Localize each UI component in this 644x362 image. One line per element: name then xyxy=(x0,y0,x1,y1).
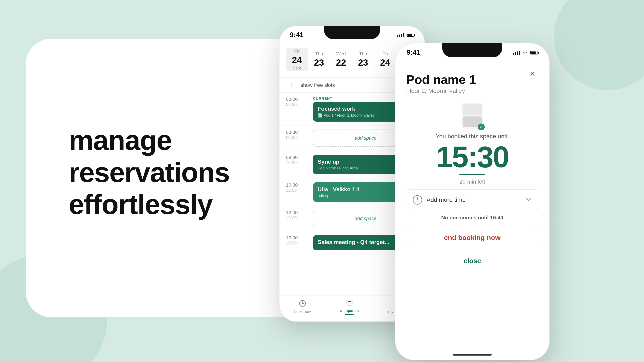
no-one-comes-text: No one comes until 16:40 xyxy=(406,215,538,221)
signal-icon xyxy=(513,50,520,55)
wifi-icon xyxy=(522,50,528,55)
home-indicator xyxy=(453,354,492,356)
signal-icon xyxy=(397,32,404,37)
headline-line1: manage xyxy=(69,124,230,157)
pod-check-icon: ✓ xyxy=(478,123,485,130)
battery-icon xyxy=(530,51,538,54)
svg-rect-2 xyxy=(348,301,351,302)
cal-day-fri-24[interactable]: Fri 24 Sept xyxy=(286,48,308,71)
time-underline xyxy=(460,174,485,175)
svg-rect-1 xyxy=(347,300,352,305)
pod-icon-area: ✓ xyxy=(406,103,538,129)
headline-line2: reservations xyxy=(69,157,230,189)
end-booking-button[interactable]: end booking now xyxy=(406,227,538,248)
phone2-status-icons xyxy=(513,50,538,55)
nav-all-spaces[interactable]: all spaces xyxy=(340,298,359,315)
battery-icon xyxy=(406,33,414,37)
chevron-down-icon xyxy=(525,197,532,203)
cal-day-wed-22[interactable]: Wed 22 xyxy=(330,48,352,71)
book-now-icon xyxy=(298,299,307,308)
cal-day-thu-23[interactable]: Thu 23 xyxy=(308,48,330,71)
pod-icon: ✓ xyxy=(462,103,483,129)
headline: manage reservations effortlessly xyxy=(69,124,230,221)
cal-day-thu-23b[interactable]: Thu 23 xyxy=(352,48,374,71)
headline-line3: effortlessly xyxy=(69,189,230,221)
phone2-content: ✕ Pod name 1 Floor 2, Moominvalley ✓ You… xyxy=(396,61,549,360)
phone1-status-icons xyxy=(397,32,414,37)
booked-until-text: You booked this space until xyxy=(406,133,538,140)
add-more-time-row[interactable]: Add more time xyxy=(406,189,538,210)
cal-day-fri-24b[interactable]: Fri 24 xyxy=(374,48,396,71)
all-spaces-icon xyxy=(345,298,354,307)
phone2-booking-detail: 9:41 ✕ xyxy=(395,43,550,360)
phones-area: 9:41 Fri 24 Sept xyxy=(279,21,622,343)
big-time-display: 15:30 xyxy=(406,142,538,172)
phone1-time: 9:41 xyxy=(290,31,304,39)
phone1-notch xyxy=(324,26,380,39)
add-button[interactable]: + xyxy=(286,80,296,90)
add-more-time-label: Add more time xyxy=(426,196,521,203)
nav-book-now[interactable]: book now xyxy=(294,299,311,314)
clock-icon xyxy=(413,195,422,205)
show-free-slots-label[interactable]: show free slots xyxy=(300,82,335,88)
pod-name: Pod name 1 xyxy=(406,72,538,87)
close-button[interactable]: ✕ xyxy=(526,68,538,80)
phone2-time: 9:41 xyxy=(406,48,420,56)
pod-location: Floor 2, Moominvalley xyxy=(406,87,538,94)
close-link[interactable]: close xyxy=(406,253,538,269)
phone2-notch xyxy=(442,43,502,57)
minutes-left: 29 min left xyxy=(406,178,538,185)
